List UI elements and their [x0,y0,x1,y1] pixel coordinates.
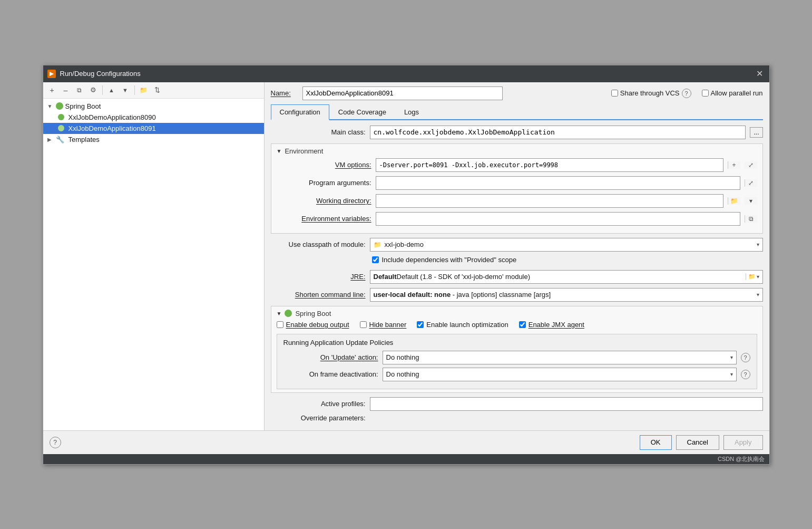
enable-launch-label: Enable launch optimization [426,321,508,329]
spring-boot-checkboxes: Enable debug output Hide banner Enable l… [277,321,757,329]
on-update-value: Do nothing [386,353,419,361]
templates-chevron: ▶ [47,137,54,142]
working-dir-input[interactable] [376,196,723,206]
share-vcs-checkbox[interactable] [611,90,618,97]
include-deps-checkbox[interactable] [372,256,379,263]
folder-button[interactable]: 📁 [138,84,150,96]
include-deps-row: Include dependencies with "Provided" sco… [372,256,763,266]
add-button[interactable]: + [46,84,58,96]
dialog-icon: ▶ [47,70,56,78]
cancel-button[interactable]: Cancel [676,435,719,450]
shorten-cmd-label: Shorten command line: [271,291,366,299]
title-bar-left: ▶ Run/Debug Configurations [47,70,141,78]
tab-logs[interactable]: Logs [395,104,428,120]
active-profiles-label: Active profiles: [271,400,366,408]
include-deps-label: Include dependencies with "Provided" sco… [382,256,517,264]
name-row: Name: Share through VCS ? Allow parallel… [271,86,763,100]
hide-banner-checkbox[interactable] [360,321,367,328]
update-policies-box: Running Application Update Policies On '… [277,334,757,389]
share-vcs-checkbox-item[interactable]: Share through VCS ? [611,89,691,98]
on-update-select[interactable]: Do nothing ▾ [383,351,737,364]
spring-boot-chevron: ▼ [47,103,54,109]
jre-label: JRE: [271,273,366,281]
classpath-select[interactable]: 📁 xxl-job-demo ▾ [370,238,763,252]
name-field-label: Name: [271,89,297,97]
right-panel: Name: Share through VCS ? Allow parallel… [265,82,769,430]
ok-button[interactable]: OK [640,435,672,450]
program-args-input[interactable] [376,178,740,188]
include-deps-checkbox-row[interactable]: Include dependencies with "Provided" sco… [372,256,517,264]
enable-debug-item[interactable]: Enable debug output [277,321,349,329]
enable-jmx-item[interactable]: Enable JMX agent [519,321,584,329]
working-dir-label: Working directory: [277,197,371,205]
working-dir-container [376,194,723,208]
name-input[interactable] [302,86,503,100]
env-variables-input[interactable] [376,214,740,224]
jre-row: JRE: DefaultDefault (1.8 - SDK of 'xxl-j… [271,270,763,284]
sort-button[interactable]: ⇅ [152,84,163,96]
allow-parallel-checkbox[interactable] [702,90,709,97]
jre-browse-icon[interactable]: 📁 [746,273,756,280]
jre-arrow-icon: ▾ [757,274,759,280]
vm-options-input[interactable] [376,160,723,170]
program-args-fullscreen-icon[interactable]: ⤢ [745,179,757,187]
copy-button[interactable]: ⧉ [74,84,85,96]
dialog-title: Run/Debug Configurations [60,70,141,78]
app8091-label: XxlJobDemoApplication8091 [69,124,156,132]
hide-banner-item[interactable]: Hide banner [360,321,407,329]
tab-code-coverage[interactable]: Code Coverage [329,104,395,120]
spring-boot-section: ▼ Spring Boot Enable debug output Hide b… [271,306,763,393]
working-dir-row: Working directory: 📁 ▾ [277,194,757,208]
jre-select[interactable]: DefaultDefault (1.8 - SDK of 'xxl-job-de… [370,270,763,284]
tree-item-app8090[interactable]: XxlJobDemoApplication8090 [43,112,264,123]
enable-launch-item[interactable]: Enable launch optimization [417,321,508,329]
settings-button[interactable]: ⚙ [87,84,99,96]
tree-group-spring-boot[interactable]: ▼ Spring Boot [43,101,264,112]
status-bar: CSDN @北执南会 [43,454,769,464]
up-button[interactable]: ▲ [106,84,118,96]
spring-boot-section-triangle[interactable]: ▼ [277,311,282,316]
tree-templates[interactable]: ▶ 🔧 Templates [43,134,264,145]
working-dir-dropdown-icon[interactable]: ▾ [745,197,757,205]
bottom-bar: ? OK Cancel Apply [43,430,769,454]
on-frame-help-icon[interactable]: ? [741,370,750,379]
tab-configuration[interactable]: Configuration [271,104,329,120]
on-frame-select[interactable]: Do nothing ▾ [383,368,737,381]
allow-parallel-checkbox-item[interactable]: Allow parallel run [702,89,763,97]
close-button[interactable]: ✕ [754,69,765,79]
share-vcs-help-icon[interactable]: ? [682,89,691,98]
spring-boot-section-icon [285,310,292,317]
tree-item-app8091[interactable]: XxlJobDemoApplication8091 [43,123,264,134]
apply-button[interactable]: Apply [723,435,763,450]
enable-launch-checkbox[interactable] [417,321,424,328]
shorten-cmd-select[interactable]: user-local default: none - java [options… [370,288,763,302]
app8091-icon [58,125,64,131]
vm-options-fullscreen-icon[interactable]: ⤢ [745,161,757,169]
enable-jmx-checkbox[interactable] [519,321,526,328]
main-class-input[interactable] [370,127,746,137]
left-panel: + – ⧉ ⚙ ▲ ▼ 📁 ⇅ ▼ Spring Boot [43,82,265,430]
remove-button[interactable]: – [60,84,72,96]
vm-options-expand-icon[interactable]: + [728,161,740,169]
on-update-help-icon[interactable]: ? [741,353,750,362]
main-class-label: Main class: [271,128,366,136]
env-variables-row: Environment variables: ⧉ [277,212,757,226]
bottom-buttons: OK Cancel Apply [640,435,763,450]
env-variables-copy-icon[interactable]: ⧉ [745,215,757,223]
dialog-body: + – ⧉ ⚙ ▲ ▼ 📁 ⇅ ▼ Spring Boot [43,82,769,430]
classpath-value: xxl-job-demo [385,241,424,248]
status-text: CSDN @北执南会 [718,455,765,463]
share-vcs-label: Share through VCS [620,89,680,97]
environment-triangle[interactable]: ▼ [277,148,282,154]
down-button[interactable]: ▼ [120,84,131,96]
help-button[interactable]: ? [50,437,61,448]
on-update-row: On 'Update' action: Do nothing ▾ ? [283,351,750,364]
tabs: Configuration Code Coverage Logs [271,104,763,120]
working-dir-browse-icon[interactable]: 📁 [728,197,740,205]
active-profiles-input[interactable] [370,397,763,411]
main-class-browse-button[interactable]: ... [750,127,762,138]
env-variables-container [376,212,740,226]
update-policies-title: Running Application Update Policies [283,339,750,347]
shorten-cmd-row: Shorten command line: user-local default… [271,288,763,302]
enable-debug-checkbox[interactable] [277,321,283,328]
